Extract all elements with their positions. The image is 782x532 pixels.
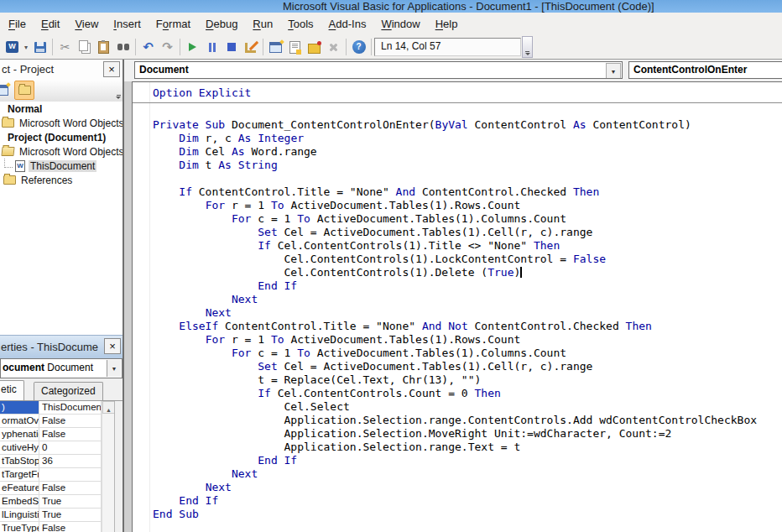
toolbar-button-properties-window[interactable] [285,38,305,56]
object-browser-icon [308,44,321,54]
toolbar-button-redo[interactable] [158,38,177,56]
code-line: t = Replace(Cel.Text, Chr(13), "") [133,373,782,387]
toolbar-button-copy[interactable] [75,38,94,56]
properties-tabs: eticCategorized [0,378,123,400]
tree-item-normal[interactable]: Normal [0,102,123,116]
toolbar-button-break[interactable] [202,38,222,56]
tree-item-microsoft-word-objects[interactable]: Microsoft Word Objects [0,144,123,159]
tree-item-label: Normal [6,103,44,115]
folder-icon [3,175,16,185]
property-value: True [39,509,102,521]
code-line: Next [133,306,782,320]
menu-item-help[interactable]: Help [428,13,466,35]
properties-object-type: Document [44,362,93,373]
project-explorer-title: ct - Project [2,63,54,76]
chevron-down-icon [611,63,617,80]
scroll-up-button[interactable] [102,401,115,414]
toolbar-button-paste[interactable] [94,38,113,56]
property-name: yphenatic [0,428,39,441]
tree-item-project-document1-[interactable]: Project (Document1) [0,130,123,144]
view-object-button[interactable] [0,81,12,100]
property-name: TrueType [0,522,39,532]
properties-title: erties - ThisDocume [1,341,98,353]
menu-item-edit[interactable]: Edit [34,13,67,35]
toolbar-button-toolbox[interactable] [324,38,343,56]
code-line: For r = 1 To ActiveDocument.Tables(1).Ro… [133,333,782,347]
properties-combo-arrow[interactable] [107,360,121,377]
menu-item-format[interactable]: Format [149,13,198,35]
property-value: True [39,495,102,508]
toolbar-separator [180,39,180,55]
property-value: 0 [39,441,102,454]
tab-categorized[interactable]: Categorized [34,382,103,400]
tree-item-microsoft-word-objects[interactable]: Microsoft Word Objects [0,116,123,130]
toolbar-dropdown-caret[interactable]: ▾ [22,44,30,51]
toolbar-button-word[interactable] [3,38,22,56]
tree-item-thisdocument[interactable]: ThisDocument [0,159,123,173]
menu-item-run[interactable]: Run [245,13,280,35]
property-name: ) [0,401,39,414]
redo-icon [162,39,173,55]
menu-item-file[interactable]: File [1,13,34,35]
code-line: Application.Selection.range.Text = t [133,441,782,454]
property-value: 36 [39,455,102,467]
menu-item-window[interactable]: Window [373,13,427,35]
code-content[interactable]: Option ExplicitPrivate Sub Document_Cont… [133,86,782,521]
properties-close-button[interactable]: × [104,338,121,354]
tab-etic[interactable]: etic [0,380,24,400]
code-line: End If [133,454,782,467]
menu-item-debug[interactable]: Debug [198,13,245,35]
toolbar: ▾ Ln 14, Col 57 [0,35,782,60]
toolbar-button-project-explorer[interactable] [266,38,285,56]
menu-item-add-ins[interactable]: Add-Ins [321,13,374,35]
project-explorer-icon [269,42,282,53]
code-line: If ContentControl.Title = "None" And Con… [133,185,782,199]
tree-item-label: ThisDocument [29,160,96,172]
run-icon [189,43,196,51]
menu-item-view[interactable]: View [67,13,106,35]
code-line: Application.Selection.MoveRight Unit:=wd… [133,427,782,441]
toolbar-button-undo[interactable] [138,38,158,56]
toolbar-button-object-browser[interactable] [305,38,324,56]
help-icon [352,40,366,54]
word-icon [6,41,18,53]
code-line: ElseIf ContentControl.Title = "None" And… [133,320,782,333]
break-icon [209,43,211,52]
object-combo-arrow[interactable] [606,63,621,79]
view-object-icon [0,85,8,96]
menu-item-tools[interactable]: Tools [280,13,321,35]
property-name: EmbedSys [0,495,39,508]
toolbar-separator [263,39,263,55]
property-name: cutiveHyp [0,441,39,454]
toolbar-button-design-mode[interactable] [241,38,260,56]
code-line: Option Explicit [133,86,782,100]
tree-item-label: References [19,175,74,186]
tree-item-references[interactable]: References [0,173,123,187]
toolbar-options-grip[interactable] [522,36,533,58]
property-value: False [39,428,102,441]
procedure-combo[interactable]: ContentControlOnEnter [628,61,782,79]
code-window: Option ExplicitPrivate Sub Document_Cont… [132,81,782,532]
toolbar-button-help[interactable] [349,38,368,56]
project-explorer-close-button[interactable]: × [103,61,120,77]
property-name: lLinguistic [0,509,39,521]
undo-icon [143,39,154,55]
code-line: Next [133,481,782,494]
menu-item-insert[interactable]: Insert [106,13,149,35]
property-name: eFeatures [0,482,39,494]
properties-grid: )ThisDocumentormatOveFalseyphenaticFalse… [0,400,123,532]
toolbar-button-cut[interactable] [55,38,75,56]
object-combo[interactable]: Document [134,61,623,79]
properties-object-combo[interactable]: ocument Document [0,358,123,378]
toolbar-separator [135,39,136,55]
project-toolbar-overflow-icon[interactable] [116,95,121,99]
properties-scrollbar[interactable] [102,401,115,532]
toolbar-button-stop[interactable] [222,38,241,56]
toolbar-separator [52,39,53,55]
tree-item-label: Microsoft Word Objects [18,146,123,158]
toolbar-button-run[interactable] [183,38,202,56]
toggle-folders-button[interactable] [14,81,34,100]
toolbar-button-save[interactable] [30,38,50,56]
toolbar-button-find[interactable] [113,38,133,56]
find-icon [117,44,129,51]
